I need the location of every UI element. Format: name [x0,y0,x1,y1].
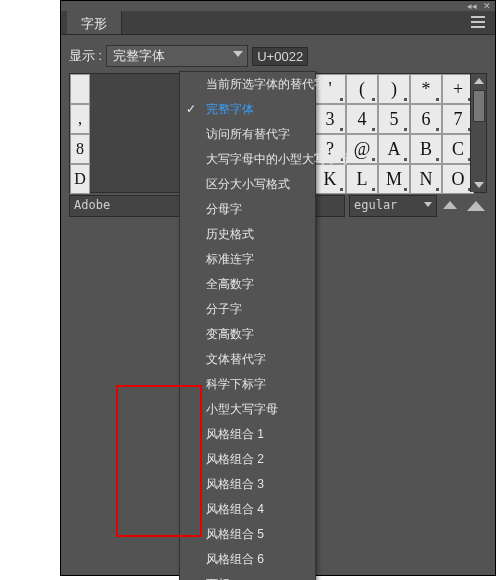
glyph-cell[interactable] [70,74,90,104]
scroll-up-icon[interactable] [474,78,484,84]
scroll-thumb[interactable] [473,90,485,122]
glyph-cell[interactable]: 6 [410,104,442,134]
glyph-cell[interactable]: * [410,74,442,104]
svg-marker-0 [443,201,457,209]
dropdown-item[interactable]: 历史格式 [180,222,315,247]
glyph-cell[interactable]: 4 [346,104,378,134]
zoom-out-icon[interactable] [441,199,459,213]
chevron-down-icon [233,51,243,57]
tab-glyphs[interactable]: 字形 [67,10,122,34]
glyph-cell[interactable]: 5 [378,104,410,134]
glyph-cell[interactable]: A [378,134,410,164]
glyph-cell[interactable]: N [410,164,442,194]
show-select-value: 完整字体 [113,47,165,65]
glyph-cell[interactable]: K [314,164,346,194]
glyph-cell[interactable]: 3 [314,104,346,134]
dropdown-item[interactable]: 风格组合 5 [180,522,315,547]
dropdown-item[interactable]: 风格组合 3 [180,472,315,497]
dropdown-item[interactable]: 风格组合 2 [180,447,315,472]
font-style-select[interactable]: egular [349,195,437,217]
panel-controls: ◂◂ ✕ [61,1,495,11]
glyphs-panel: ◂◂ ✕ 字形 显示 : 完整字体 U+0022 ,8D '()*+34567?… [60,0,496,576]
dropdown-item[interactable]: 访问所有替代字 [180,122,315,147]
dropdown-item[interactable]: 风格组合 1 [180,422,315,447]
chevron-down-icon [424,202,432,207]
dropdown-item[interactable]: 风格组合 6 [180,547,315,572]
scrollbar[interactable] [470,74,486,192]
glyph-cell[interactable]: B [410,134,442,164]
dropdown-item[interactable]: 分母字 [180,197,315,222]
glyph-cell[interactable]: @ [346,134,378,164]
show-label: 显示 : [69,47,102,65]
dropdown-item[interactable]: 文体替代字 [180,347,315,372]
show-dropdown-menu[interactable]: 当前所选字体的替代字完整字体✓访问所有替代字大写字母中的小型大写字母区分大小写格… [179,71,316,580]
font-style-value: egular [354,198,397,212]
scroll-down-icon[interactable] [474,182,484,188]
glyph-cell[interactable]: L [346,164,378,194]
zoom-in-icon[interactable] [465,199,487,213]
glyph-cell[interactable]: M [378,164,410,194]
dropdown-item[interactable]: 分子字 [180,297,315,322]
dropdown-item[interactable]: 当前所选字体的替代字 [180,72,315,97]
dropdown-item[interactable]: 小型大写字母 [180,397,315,422]
dropdown-item[interactable]: 区分大小写格式 [180,172,315,197]
glyph-cell[interactable]: ) [378,74,410,104]
tab-bar: 字形 [61,11,495,35]
collapse-icon[interactable]: ◂◂ [467,2,477,11]
dropdown-item[interactable]: 全高数字 [180,272,315,297]
dropdown-item[interactable]: 下标 [180,572,315,580]
dropdown-item[interactable]: 变高数字 [180,322,315,347]
show-select[interactable]: 完整字体 [106,45,248,67]
svg-marker-1 [467,201,485,211]
dropdown-item[interactable]: 标准连字 [180,247,315,272]
check-icon: ✓ [186,101,196,118]
glyph-cell[interactable]: 8 [70,134,90,164]
glyph-cell[interactable]: , [70,104,90,134]
panel-menu-icon[interactable] [471,16,489,28]
close-icon[interactable]: ✕ [483,2,491,11]
dropdown-item[interactable]: 风格组合 4 [180,497,315,522]
dropdown-item[interactable]: 科学下标字 [180,372,315,397]
unicode-readout: U+0022 [252,47,308,66]
dropdown-item[interactable]: 大写字母中的小型大写字母 [180,147,315,172]
glyph-cell[interactable]: D [70,164,90,194]
glyph-cell[interactable]: ( [346,74,378,104]
dropdown-item[interactable]: 完整字体✓ [180,97,315,122]
